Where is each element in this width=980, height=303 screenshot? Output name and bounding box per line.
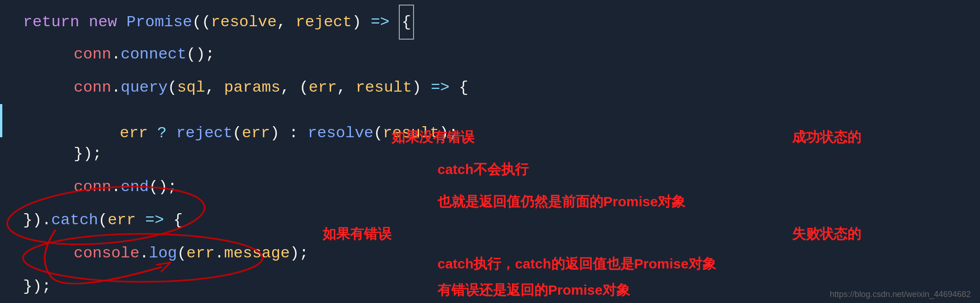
param-reject: reject (296, 6, 352, 39)
param-err1: err (309, 71, 337, 104)
var-err2: err (187, 237, 215, 270)
method-connect: connect (121, 38, 187, 71)
arrow1: => (371, 6, 390, 39)
paren-close1: ) (352, 6, 371, 39)
dot5: . (215, 237, 224, 270)
method-catch: catch (51, 204, 98, 237)
annotation-return-promise: 也就是返回值仍然是前面的Promise对象 (438, 192, 685, 211)
ternary-err: err (120, 117, 148, 150)
method-end: end (121, 170, 149, 204)
semi2: ); (290, 237, 309, 270)
func-reject: reject (176, 117, 232, 150)
paren-l1: ( (177, 237, 186, 270)
dot4: . (140, 237, 149, 270)
annotation-catch-exec: catch执行，catch的返回值也是Promise对象 (438, 255, 716, 274)
code-line-2: conn . connect (); (0, 38, 980, 71)
code-line-1: return new Promise (( resolve , reject )… (0, 5, 980, 38)
annotation-error-promise: 有错误还是返回的Promise对象 (438, 281, 630, 300)
arg-err: err (242, 117, 270, 150)
paren-open: (( (192, 6, 211, 39)
paren-res1: ( (373, 117, 383, 150)
param-sql: sql (177, 71, 205, 104)
colon1: ) : (270, 117, 308, 150)
param-result: result (356, 71, 412, 104)
dot3: . (111, 170, 121, 204)
code-line-3: conn . query ( sql , params , ( err , re… (0, 71, 980, 104)
arrow3: => (145, 204, 164, 237)
parens2: (); (149, 170, 177, 204)
paren-q2: ) (412, 71, 431, 104)
ternary-op: ? (148, 117, 176, 150)
class-promise: Promise (126, 6, 192, 39)
param-params: params (224, 71, 280, 104)
close-query: }); (74, 137, 102, 170)
space2 (136, 204, 145, 237)
paren-c1: ( (98, 204, 107, 237)
comma2: , (205, 71, 224, 104)
watermark: https://blog.csdn.net/weixin_44694682 (830, 290, 971, 299)
annotation-catch-no-exec: catch不会执行 (438, 160, 529, 179)
paren-r1: ( (233, 117, 242, 150)
annotation-success-state: 成功状态的 (792, 128, 861, 147)
var-conn2: conn (74, 71, 111, 104)
annotation-no-error: 如果没有错误 (391, 128, 474, 147)
param-resolve: resolve (211, 6, 277, 39)
parens1: (); (187, 38, 215, 71)
arrow2: => (431, 71, 449, 104)
func-resolve: resolve (308, 117, 373, 150)
comma4: , (337, 71, 356, 104)
prop-message: message (224, 237, 290, 270)
var-console: console (74, 237, 140, 270)
keyword-new: new (89, 6, 127, 39)
comma1: , (277, 6, 296, 39)
annotation-has-error: 如果有错误 (322, 225, 391, 244)
annotation-fail-state: 失败状态的 (792, 225, 861, 244)
param-err2: err (108, 204, 136, 237)
close-promise: }). (23, 204, 51, 237)
method-log: log (149, 237, 177, 270)
brace-highlight: { (399, 5, 414, 40)
brace2: { (449, 71, 468, 104)
close-catch: }); (23, 270, 51, 303)
dot2: . (111, 71, 121, 104)
comma3: , ( (280, 71, 309, 104)
keyword-return: return (23, 6, 89, 39)
var-conn1: conn (74, 38, 111, 71)
paren-q1: ( (168, 71, 177, 104)
var-conn3: conn (74, 170, 111, 204)
method-query: query (121, 71, 168, 104)
brace3: { (164, 204, 183, 237)
space1 (390, 6, 399, 39)
dot1: . (111, 38, 121, 71)
